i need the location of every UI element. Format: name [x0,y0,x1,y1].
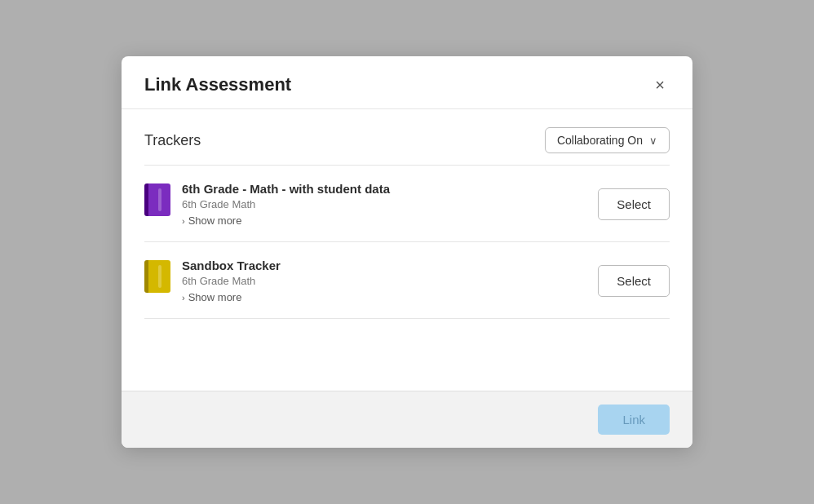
close-button[interactable]: × [650,75,670,95]
tracker-left-2: Sandbox Tracker 6th Grade Math › Show mo… [144,259,281,303]
trackers-label: Trackers [144,132,201,149]
tracker-icon-yellow [144,260,170,293]
modal-title: Link Assessment [144,74,291,95]
tracker-name-1: 6th Grade - Math - with student data [182,182,390,196]
link-button[interactable]: Link [598,405,670,435]
show-more-label-1: Show more [188,214,242,227]
show-more-button-2[interactable]: › Show more [182,291,281,303]
filter-dropdown-label: Collaborating On [557,134,643,147]
show-more-label-2: Show more [188,291,242,303]
filter-dropdown[interactable]: Collaborating On ∨ [545,127,670,153]
tracker-name-2: Sandbox Tracker [182,259,281,272]
tracker-subtitle-1: 6th Grade Math [182,198,390,210]
chevron-right-icon-2: › [182,293,185,303]
modal-body: Trackers Collaborating On ∨ 6th Grade - … [122,109,692,391]
modal-header: Link Assessment × [122,56,692,109]
modal: Link Assessment × Trackers Collaborating… [122,56,692,448]
tracker-subtitle-2: 6th Grade Math [182,275,281,287]
tracker-left-1: 6th Grade - Math - with student data 6th… [144,182,390,227]
chevron-down-icon: ∨ [649,135,657,147]
trackers-header: Trackers Collaborating On ∨ [144,109,670,165]
tracker-item-2: Sandbox Tracker 6th Grade Math › Show mo… [144,242,670,319]
show-more-button-1[interactable]: › Show more [182,214,390,227]
select-button-2[interactable]: Select [598,265,670,297]
chevron-right-icon-1: › [182,216,185,226]
tracker-info-2: Sandbox Tracker 6th Grade Math › Show mo… [182,259,281,303]
modal-overlay: Link Assessment × Trackers Collaborating… [0,0,814,504]
select-button-1[interactable]: Select [598,188,670,220]
tracker-icon-purple [144,183,170,216]
tracker-info-1: 6th Grade - Math - with student data 6th… [182,182,390,227]
tracker-item-1: 6th Grade - Math - with student data 6th… [144,166,670,242]
modal-footer: Link [122,391,692,448]
